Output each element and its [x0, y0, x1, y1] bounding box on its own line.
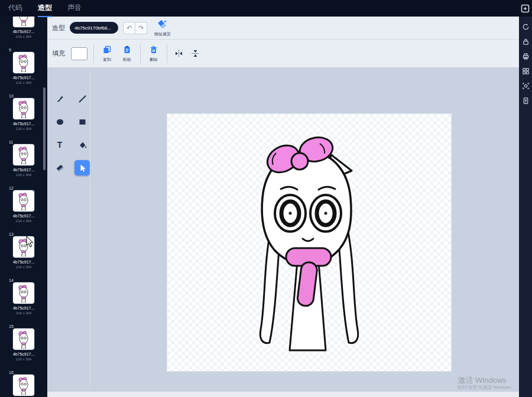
horizontal-scrollbar[interactable] — [47, 392, 519, 397]
costume-name: 4b75c917... — [7, 259, 40, 265]
costume-thumbnail — [13, 190, 34, 211]
costume-item[interactable]: 12 4b75c917... 216 x 304 — [7, 186, 40, 222]
costume-size: 216 x 304 — [7, 311, 40, 315]
costume-name: 4b75c917... — [7, 29, 40, 34]
costume-index: 13 — [9, 232, 14, 236]
costume-thumbnail — [13, 236, 34, 258]
costume-item[interactable]: 13 4b75c917... 216 x 304 — [7, 232, 40, 268]
text-tool[interactable]: T — [52, 137, 67, 152]
costume-list-scrollbar[interactable] — [43, 87, 46, 170]
costume-size: 216 x 304 — [7, 219, 40, 223]
watermark-line2: 转到“设置”以激活 Windows。 — [458, 385, 515, 390]
tab-code[interactable]: 代码 — [8, 0, 22, 17]
paste-button[interactable]: 粘贴 — [120, 45, 134, 62]
costume-size: 216 x 304 — [7, 173, 40, 177]
costume-name-input[interactable] — [70, 22, 118, 34]
costume-item[interactable]: 9 4b75c917... 216 x 304 — [7, 47, 40, 84]
costume-thumbnail — [13, 52, 34, 73]
trash-icon — [150, 45, 158, 56]
divider — [90, 71, 90, 389]
costume-name: 4b75c917... — [7, 352, 40, 357]
paste-icon — [123, 45, 131, 56]
costume-name: 4b75c917... — [7, 75, 40, 80]
costume-thumbnail — [13, 98, 34, 119]
divider — [93, 44, 94, 63]
divider — [140, 44, 141, 63]
right-toolbar-rail — [519, 17, 532, 397]
costume-index: 16 — [9, 370, 14, 375]
costume-name: 4b75c917... — [7, 305, 40, 311]
tool-palette: T — [52, 91, 90, 175]
costume-index: 14 — [9, 278, 14, 282]
costume-header-row: 造型 ↶ ↷ 移除背景 — [47, 17, 519, 40]
undo-redo-group: ↶ ↷ — [123, 22, 147, 34]
costume-thumbnail — [13, 328, 34, 350]
remove-background-button[interactable]: 移除背景 — [154, 19, 171, 37]
costume-name: 4b75c917... — [7, 167, 40, 173]
remove-background-label: 移除背景 — [154, 32, 171, 37]
costume-index: 15 — [9, 324, 14, 328]
costume-index: 9 — [9, 48, 11, 52]
costume-item[interactable]: 4b75c917... 216 x 304 — [7, 17, 40, 38]
sync-icon[interactable] — [521, 22, 530, 31]
costume-size: 216 x 304 — [7, 265, 40, 269]
costume-size: 216 x 304 — [7, 80, 40, 85]
costume-list: 4b75c917... 216 x 304 9 4b75c917... 216 … — [0, 17, 47, 397]
top-bar: 代码 造型 声音 — [0, 0, 532, 17]
tab-costumes[interactable]: 造型 — [38, 0, 52, 17]
fill-toolbar-row: 填充 复制 粘贴 删除 — [47, 40, 519, 68]
line-tool[interactable] — [74, 91, 90, 106]
costume-index: 12 — [9, 186, 14, 190]
redo-button[interactable]: ↷ — [135, 22, 147, 34]
panel-toggle-icon[interactable] — [521, 4, 530, 13]
costume-label: 造型 — [52, 24, 65, 32]
paint-editor: 造型 ↶ ↷ 移除背景 填充 复制 — [47, 17, 519, 397]
tab-sounds[interactable]: 声音 — [67, 0, 82, 17]
copy-label: 复制 — [103, 57, 111, 62]
costume-item[interactable]: 10 4b75c917... 216 x 304 — [7, 93, 40, 130]
costume-index: 11 — [9, 140, 13, 144]
eraser-tool[interactable] — [52, 160, 67, 175]
capture-icon[interactable] — [521, 82, 530, 90]
costume-thumbnail — [13, 375, 34, 396]
paint-workarea: T — [47, 67, 519, 397]
paint-canvas[interactable] — [167, 114, 451, 371]
brush-tool[interactable] — [52, 91, 67, 106]
lock-icon[interactable] — [521, 37, 530, 45]
fill-label: 填充 — [52, 49, 65, 58]
costume-artwork — [167, 114, 451, 371]
costume-item[interactable]: 15 4b75c917... 216 x 304 — [7, 324, 40, 360]
ellipse-tool[interactable] — [52, 114, 67, 129]
flip-vertical-button[interactable] — [190, 48, 200, 59]
fill-tool[interactable] — [74, 137, 90, 152]
costume-thumbnail — [13, 17, 34, 27]
rectangle-tool[interactable] — [74, 114, 90, 129]
watermark-line1: 激活 Windows — [458, 376, 515, 385]
windows-activation-watermark: 激活 Windows 转到“设置”以激活 Windows。 — [458, 376, 515, 390]
document-icon[interactable] — [521, 96, 530, 105]
flip-horizontal-button[interactable] — [173, 48, 184, 59]
costume-size: 216 x 304 — [7, 357, 40, 362]
undo-button[interactable]: ↶ — [123, 22, 135, 34]
costume-size: 216 x 304 — [7, 126, 40, 131]
grid-icon[interactable] — [521, 67, 530, 75]
costume-item[interactable]: 14 4b75c917... 216 x 304 — [7, 278, 40, 314]
divider — [167, 44, 167, 63]
costume-name: 4b75c917... — [7, 121, 40, 126]
printer-icon[interactable] — [521, 52, 530, 60]
copy-icon — [103, 45, 111, 56]
costume-thumbnail — [13, 144, 34, 165]
select-tool[interactable] — [74, 160, 90, 175]
delete-label: 删除 — [150, 57, 158, 62]
copy-button[interactable]: 复制 — [100, 45, 114, 62]
costume-index: 10 — [9, 94, 14, 98]
fill-color-swatch[interactable] — [71, 47, 87, 60]
costume-size: 216 x 304 — [7, 34, 40, 39]
costume-item[interactable]: 16 — [7, 370, 40, 397]
costume-list-panel: 4b75c917... 216 x 304 9 4b75c917... 216 … — [0, 17, 47, 397]
costume-item[interactable]: 11 4b75c917... 216 x 304 — [7, 139, 40, 176]
paste-label: 粘贴 — [123, 57, 131, 62]
costume-name: 4b75c917... — [7, 213, 40, 219]
delete-button[interactable]: 删除 — [147, 45, 161, 62]
editor-tabs: 代码 造型 声音 — [0, 0, 82, 17]
